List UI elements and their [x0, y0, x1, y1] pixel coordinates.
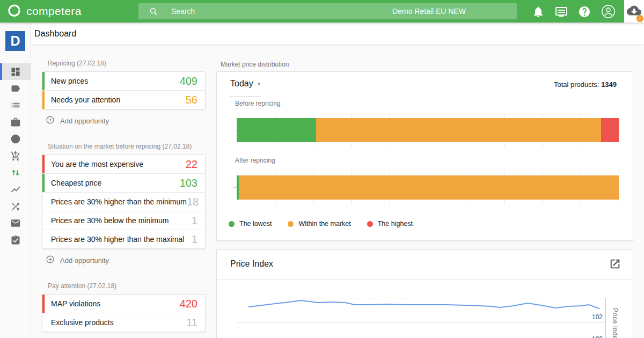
sidebar-item-tasks[interactable]	[0, 232, 31, 248]
sidebar-item-shuffle[interactable]	[0, 198, 31, 215]
item-label: You are the most expensive	[51, 160, 143, 168]
dashboard-icon	[10, 67, 21, 77]
list-item[interactable]: Prices are 30% higher than the minimum18	[42, 193, 205, 211]
announcements-button[interactable]	[555, 5, 568, 20]
item-value: 1	[192, 233, 197, 246]
list-item[interactable]: Needs your attention56	[42, 91, 205, 109]
page-title: Dashboard	[31, 23, 644, 45]
stat-section: Pay attention (27.02.18)MAP violations42…	[42, 282, 206, 332]
total-products: Total products: 1349	[554, 80, 617, 89]
account-icon	[601, 4, 616, 21]
legend-item-the-lowest: The lowest	[229, 220, 272, 227]
sidebar-item-list[interactable]	[0, 97, 31, 114]
period-selector[interactable]: Today ▾	[230, 79, 260, 89]
plus-circle-icon	[46, 255, 55, 266]
list-item[interactable]: Prices are 30% higher than the maximal1	[42, 230, 205, 248]
list-item[interactable]: Exclusive products11	[42, 313, 205, 332]
list-item[interactable]: Prices are 30% below the minimum1	[42, 211, 205, 230]
item-value: 18	[187, 196, 199, 208]
sidebar-item-mail[interactable]	[0, 215, 31, 232]
total-products-label: Total products:	[554, 80, 601, 89]
bar-after-repricing	[237, 175, 619, 200]
stat-card: MAP violations420Exclusive products11	[42, 294, 206, 332]
price-index-card: Price Index 102 100 Price Index	[216, 249, 633, 338]
workspace-selector[interactable]: Demo Retail EU NEW	[392, 3, 466, 19]
swap-arrows-icon	[10, 167, 21, 178]
accent-strip	[42, 295, 45, 313]
legend-item-the-highest: The highest	[367, 220, 413, 227]
total-products-value: 1349	[601, 80, 617, 89]
bell-icon	[532, 5, 545, 20]
clock-icon	[10, 134, 21, 144]
item-label: New prices	[51, 77, 88, 85]
y-axis-label: Price Index	[611, 308, 619, 338]
legend-label: Within the market	[298, 220, 350, 227]
legend-dot-icon	[367, 221, 373, 227]
accent-strip	[42, 174, 45, 192]
sidebar-item-briefcase[interactable]	[0, 114, 31, 130]
accent-strip	[42, 155, 45, 173]
top-header: competera Demo Retail EU NEW	[0, 0, 644, 23]
sync-status-button[interactable]	[624, 0, 644, 23]
item-label: Prices are 30% higher than the maximal	[51, 235, 184, 244]
legend-dot-icon	[229, 221, 235, 227]
sidebar-item-trending[interactable]	[0, 181, 31, 198]
message-board-icon	[555, 5, 568, 20]
legend-dot-icon	[288, 221, 294, 227]
item-value: 1	[192, 215, 197, 227]
price-index-chart: 102 100	[237, 298, 606, 338]
bar-segment-the-lowest	[237, 118, 316, 142]
stat-section: Repricing (27.02.18)New prices409Needs y…	[42, 60, 206, 126]
list-item[interactable]: You are the most expensive22	[42, 155, 205, 174]
item-label: MAP violations	[51, 299, 100, 308]
bar-label-before: Before repricing	[235, 100, 281, 107]
open-in-new-icon[interactable]	[609, 258, 621, 270]
item-label: Cheapest price	[51, 179, 101, 187]
legend-label: The highest	[378, 220, 413, 227]
brand-name: competera	[26, 4, 82, 19]
list-item[interactable]: New prices409	[42, 72, 205, 91]
cart-plus-icon	[10, 151, 21, 161]
notifications-button[interactable]	[532, 5, 545, 20]
sidebar-item-dashboard[interactable]	[0, 63, 31, 80]
add-opportunity-label: Add opportunity	[60, 256, 109, 264]
market-distribution-card: Today ▾ Total products: 1349 Before repr…	[216, 71, 633, 241]
competera-logo-icon	[7, 3, 21, 20]
item-value: 11	[186, 317, 197, 329]
shuffle-icon	[10, 201, 21, 212]
stat-card: You are the most expensive22Cheapest pri…	[42, 155, 206, 249]
left-column: Repricing (27.02.18)New prices409Needs y…	[42, 58, 206, 332]
brand-logo[interactable]: competera	[7, 4, 82, 19]
item-value: 420	[180, 298, 197, 310]
list-item[interactable]: Cheapest price103	[42, 174, 205, 193]
item-value: 103	[180, 177, 197, 189]
sidebar-item-cart-plus[interactable]	[0, 148, 31, 164]
section-title: Pay attention (27.02.18)	[48, 282, 206, 290]
workspace-logo: D	[5, 31, 25, 51]
list-item[interactable]: MAP violations420	[42, 295, 205, 313]
price-index-title: Price Index	[230, 259, 273, 269]
account-button[interactable]	[601, 4, 616, 21]
period-label: Today	[230, 79, 253, 89]
price-index-header: Price Index	[217, 250, 633, 280]
bar-segment-within-the-market	[239, 175, 619, 200]
sidebar-item-swap-arrows[interactable]	[0, 164, 31, 181]
plus-circle-icon	[46, 115, 55, 126]
bar-track-before	[237, 113, 619, 147]
item-label: Exclusive products	[51, 318, 114, 327]
sidebar-item-tag[interactable]	[0, 80, 31, 97]
stat-card: New prices409Needs your attention56	[42, 71, 206, 109]
add-opportunity-button[interactable]: Add opportunity	[46, 116, 206, 126]
sidebar-item-clock[interactable]	[0, 131, 31, 148]
add-opportunity-label: Add opportunity	[60, 117, 109, 125]
search-icon	[149, 6, 158, 16]
legend: The lowestWithin the marketThe highest	[229, 220, 413, 227]
y-tick-102: 102	[592, 313, 603, 321]
bar-segment-within-the-market	[316, 118, 601, 142]
list-icon	[10, 100, 21, 111]
bar-segment-the-highest	[601, 118, 619, 142]
search-bar: Demo Retail EU NEW	[138, 3, 517, 19]
legend-item-within-the-market: Within the market	[288, 220, 350, 227]
help-button[interactable]	[578, 5, 591, 20]
add-opportunity-button[interactable]: Add opportunity	[46, 255, 206, 265]
